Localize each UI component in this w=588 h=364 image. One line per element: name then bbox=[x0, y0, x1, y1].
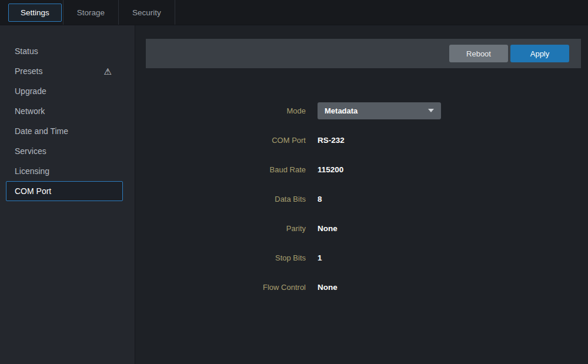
form-row-data-bits: Data Bits 8 bbox=[135, 184, 588, 213]
stop-bits-value: 1 bbox=[318, 253, 322, 262]
topbar: Settings Storage Security bbox=[0, 0, 588, 25]
sidebar-item-network[interactable]: Network bbox=[6, 101, 123, 121]
form-row-stop-bits: Stop Bits 1 bbox=[135, 243, 588, 272]
sidebar-item-label: Network bbox=[15, 106, 45, 116]
sidebar-item-label: Upgrade bbox=[15, 86, 46, 96]
tab-settings[interactable]: Settings bbox=[7, 0, 64, 25]
flow-control-value: None bbox=[318, 283, 338, 292]
sidebar-item-label: Services bbox=[15, 146, 46, 156]
sidebar-item-label: Status bbox=[15, 46, 38, 56]
main-layout: Status Presets ⚠ Upgrade Network Date an… bbox=[0, 25, 588, 364]
form-row-mode: Mode Metadata bbox=[135, 96, 588, 125]
com-port-form: Mode Metadata COM Port RS-232 Baud Rate … bbox=[135, 96, 588, 302]
baud-rate-value: 115200 bbox=[318, 165, 343, 174]
field-label-baud-rate: Baud Rate bbox=[135, 165, 306, 174]
sidebar-item-date-and-time[interactable]: Date and Time bbox=[6, 121, 123, 141]
reboot-button[interactable]: Reboot bbox=[449, 45, 508, 62]
sidebar-item-presets[interactable]: Presets ⚠ bbox=[6, 61, 123, 81]
field-label-mode: Mode bbox=[135, 106, 306, 115]
sidebar-item-licensing[interactable]: Licensing bbox=[6, 161, 123, 181]
form-row-flow-control: Flow Control None bbox=[135, 272, 588, 302]
tab-security[interactable]: Security bbox=[119, 0, 175, 25]
content-area: Reboot Apply Mode Metadata COM Port RS-2… bbox=[135, 25, 588, 364]
com-port-value: RS-232 bbox=[318, 136, 345, 145]
sidebar-item-upgrade[interactable]: Upgrade bbox=[6, 81, 123, 101]
sidebar: Status Presets ⚠ Upgrade Network Date an… bbox=[0, 25, 135, 364]
sidebar-item-com-port[interactable]: COM Port bbox=[6, 181, 123, 201]
parity-value: None bbox=[318, 224, 338, 233]
mode-dropdown-value: Metadata bbox=[325, 106, 358, 115]
chevron-down-icon bbox=[428, 109, 434, 112]
tab-storage-label: Storage bbox=[65, 4, 117, 22]
action-toolbar: Reboot Apply bbox=[146, 39, 581, 68]
field-label-stop-bits: Stop Bits bbox=[135, 253, 306, 262]
form-row-parity: Parity None bbox=[135, 213, 588, 243]
form-row-baud-rate: Baud Rate 115200 bbox=[135, 155, 588, 184]
field-label-parity: Parity bbox=[135, 224, 306, 233]
mode-dropdown[interactable]: Metadata bbox=[318, 102, 441, 119]
sidebar-item-label: COM Port bbox=[15, 186, 51, 196]
sidebar-item-services[interactable]: Services bbox=[6, 141, 123, 161]
tab-settings-label: Settings bbox=[8, 4, 62, 22]
field-label-flow-control: Flow Control bbox=[135, 283, 306, 292]
sidebar-item-status[interactable]: Status bbox=[6, 41, 123, 61]
tab-security-label: Security bbox=[120, 4, 173, 22]
tab-storage[interactable]: Storage bbox=[64, 0, 119, 25]
sidebar-item-label: Date and Time bbox=[15, 126, 68, 136]
field-label-com-port: COM Port bbox=[135, 136, 306, 145]
sidebar-item-label: Licensing bbox=[15, 166, 49, 176]
warning-triangle-icon: ⚠ bbox=[104, 67, 112, 76]
field-label-data-bits: Data Bits bbox=[135, 195, 306, 203]
data-bits-value: 8 bbox=[318, 195, 322, 203]
sidebar-item-label: Presets bbox=[15, 66, 42, 76]
form-row-com-port: COM Port RS-232 bbox=[135, 125, 588, 155]
apply-button[interactable]: Apply bbox=[510, 45, 569, 62]
